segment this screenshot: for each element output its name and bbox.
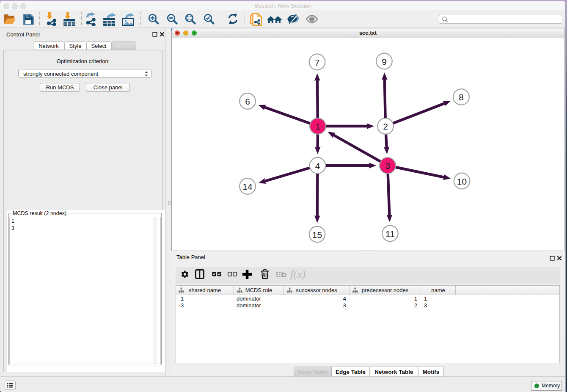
svg-text:11: 11 bbox=[385, 229, 395, 239]
svg-text:7: 7 bbox=[315, 58, 320, 67]
svg-text:6: 6 bbox=[245, 97, 250, 106]
svg-text:15: 15 bbox=[312, 230, 322, 240]
svg-text:9: 9 bbox=[382, 57, 387, 66]
svg-text:2: 2 bbox=[383, 121, 388, 131]
svg-text:4: 4 bbox=[315, 161, 320, 171]
svg-text:1: 1 bbox=[315, 121, 320, 131]
svg-text:10: 10 bbox=[457, 177, 467, 186]
svg-text:3: 3 bbox=[385, 161, 390, 171]
svg-text:8: 8 bbox=[459, 92, 464, 102]
svg-text:14: 14 bbox=[242, 182, 253, 191]
